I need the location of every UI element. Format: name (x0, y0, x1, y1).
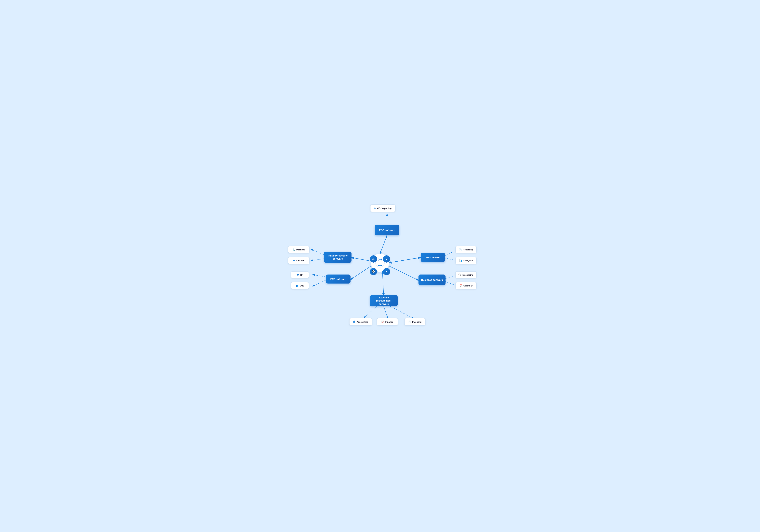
maritime-icon: ⚓ (292, 248, 295, 251)
invoicing-node[interactable]: 🧾 Invoicing (404, 318, 426, 326)
svg-line-16 (364, 306, 377, 318)
messaging-node[interactable]: 💬 Messaging (455, 271, 477, 278)
erp-label: ERP software (330, 277, 346, 281)
ems-icon: 👥 (296, 284, 299, 287)
finance-node[interactable]: 📈 Finance (377, 318, 398, 326)
svg-line-8 (311, 249, 324, 255)
bi-label: BI software (426, 256, 440, 259)
ems-label: EMS (300, 284, 304, 287)
svg-line-6 (351, 258, 371, 261)
svg-line-2 (389, 258, 421, 263)
ems-node[interactable]: 👥 EMS (291, 282, 309, 289)
esg-node[interactable]: ESG software (375, 225, 399, 235)
finance-label: Finance (385, 321, 393, 323)
reporting-node[interactable]: 📄 Reporting (455, 246, 477, 253)
finance-icon: 📈 (381, 320, 384, 323)
invoicing-icon: 🧾 (408, 320, 411, 323)
co2-label: CO2 reporting (377, 207, 392, 210)
messaging-icon: 💬 (458, 273, 461, 276)
svg-line-4 (382, 272, 384, 296)
bubble-send: ➤ (383, 268, 390, 275)
aviation-node[interactable]: ✈ Aviation (288, 257, 309, 264)
aviation-label: Aviation (296, 260, 305, 262)
calendar-label: Calendar (463, 284, 473, 287)
analytics-icon: 📊 (459, 259, 462, 262)
messaging-label: Messaging (462, 274, 473, 276)
accounting-node[interactable]: 🏛 Accounting (349, 318, 372, 326)
co2-node[interactable]: ≋ CO2 reporting (370, 204, 396, 212)
business-label: Business software (421, 278, 443, 282)
analytics-node[interactable]: 📊 Analytics (455, 257, 477, 264)
hr-icon: 👤 (297, 273, 299, 276)
svg-line-0 (380, 235, 387, 254)
business-node[interactable]: Business software (418, 274, 446, 285)
svg-line-11 (313, 280, 326, 286)
expense-node[interactable]: Expense management software (370, 295, 398, 306)
bubble-whatsapp: ◎ (370, 255, 377, 263)
diagram-container: ESG software BI software Business softwa… (282, 197, 478, 335)
analytics-label: Analytics (463, 260, 473, 262)
co2-icon: ≋ (374, 207, 376, 210)
bubble-m: M (383, 255, 390, 263)
reporting-icon: 📄 (459, 248, 462, 251)
hr-node[interactable]: 👤 HR (291, 271, 309, 278)
hr-label: HR (301, 274, 304, 276)
calendar-node[interactable]: 📅 Calendar (455, 282, 477, 289)
svg-line-10 (313, 275, 326, 277)
industry-node[interactable]: Industry-specific software (324, 252, 352, 263)
aviation-icon: ✈ (293, 259, 295, 262)
svg-line-18 (390, 306, 413, 318)
bi-node[interactable]: BI software (421, 253, 445, 262)
industry-label: Industry-specific software (327, 254, 349, 261)
accounting-label: Accounting (356, 321, 368, 323)
svg-line-5 (351, 266, 371, 279)
reporting-label: Reporting (463, 249, 473, 251)
svg-line-1 (389, 258, 421, 263)
expense-label: Expense management software (372, 296, 395, 306)
accounting-icon: 🏛 (353, 320, 356, 323)
erp-node[interactable]: ERP software (326, 274, 351, 283)
bubble-chat: 💬 (370, 268, 377, 275)
maritime-label: Maritime (296, 249, 305, 251)
svg-line-9 (311, 259, 324, 261)
esg-label: ESG software (379, 228, 395, 232)
svg-line-3 (389, 266, 418, 280)
invoicing-label: Invoicing (412, 321, 421, 323)
maritime-node[interactable]: ⚓ Maritime (288, 246, 309, 253)
svg-line-17 (384, 306, 388, 318)
calendar-icon: 📅 (459, 284, 462, 287)
